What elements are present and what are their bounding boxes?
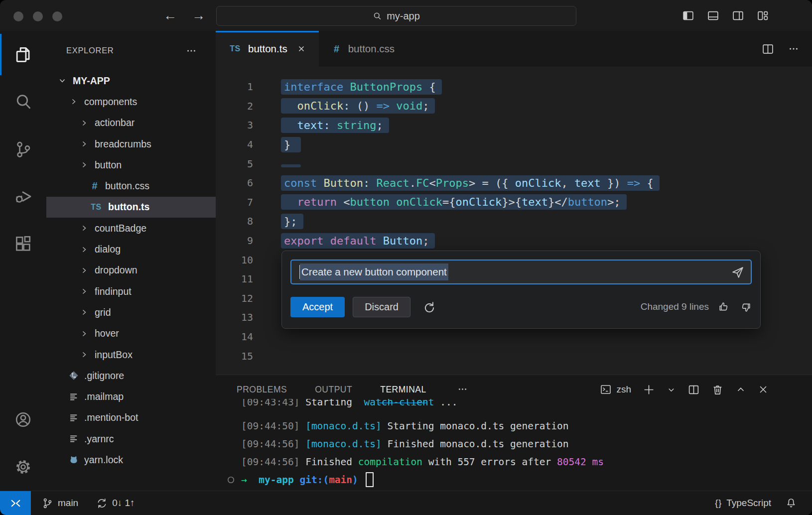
split-terminal-icon[interactable] [687,384,700,396]
tree-root-my-app[interactable]: MY-APP [46,70,216,91]
panel-tab-terminal[interactable]: TERMINAL [380,385,426,395]
command-decoration-circle-icon [227,476,235,484]
line-number: 4 [216,138,253,150]
language-mode-item[interactable]: {} TypeScript [715,498,771,509]
line-number: 5 [216,158,253,170]
back-icon[interactable]: ← [163,8,177,23]
tree-item-label: button.ts [108,201,149,213]
accept-button[interactable]: Accept [290,297,345,317]
sidebar-item-explorer[interactable] [0,31,46,78]
line-number: 1 [216,81,253,93]
tree-item-label: actionbar [95,117,135,129]
tree-item-yarnrc[interactable]: .yarnrc [46,428,216,449]
tree-item-label: findinput [95,286,132,297]
tree-item-label: grid [95,307,111,318]
new-terminal-icon[interactable] [643,384,655,396]
branch-status-item[interactable]: main [42,498,78,509]
tab-button.css[interactable]: #button.css [319,31,424,67]
line-number: 8 [216,215,253,227]
line-number: 9 [216,235,253,247]
zoom-window-button[interactable] [52,11,62,21]
close-window-button[interactable] [13,11,23,21]
sidebar-item-source-control[interactable] [0,126,46,173]
panel-more-actions-icon[interactable] [457,384,468,394]
chevron-right-icon [79,224,89,232]
language-label: TypeScript [726,498,771,509]
git-icon [69,371,79,381]
sync-icon [96,498,108,509]
tree-item-findinput[interactable]: findinput [46,281,216,302]
explorer-title: EXPLORER [66,46,114,55]
command-center-search[interactable]: my-app [216,6,576,26]
code-text: text: string; [253,118,389,133]
line-number: 6 [216,177,253,189]
editor-tab-bar: TSbutton.ts#button.css [216,31,812,67]
split-editor-icon[interactable] [762,43,774,55]
tab-button.ts[interactable]: TSbutton.ts [216,31,319,67]
debug-icon [14,187,32,206]
tree-item-button.css[interactable]: #button.css [46,175,216,196]
ts-icon: TS [90,203,103,212]
changed-lines-label: Changed 9 lines [641,301,709,312]
shell-label: zsh [616,384,631,395]
send-icon[interactable] [731,265,745,279]
thumbs-up-icon[interactable] [718,301,730,313]
tree-item-breadcrumbs[interactable]: breadcrumbs [46,133,216,154]
git-branch-icon [42,498,53,509]
forward-icon[interactable]: → [192,8,205,23]
close-tab-icon[interactable] [297,44,306,53]
settings-button[interactable] [0,443,46,491]
remote-indicator[interactable] [0,491,31,515]
tree-item-yarn.lock[interactable]: yarn.lock [46,449,216,470]
tree-item-gitignore[interactable]: .gitignore [46,365,216,386]
toggle-sidebar-icon[interactable] [682,9,694,22]
tree-item-actionbar[interactable]: actionbar [46,113,216,133]
tree-item-countBadge[interactable]: countBadge [46,218,216,239]
tree-item-grid[interactable]: grid [46,302,216,323]
code-line-3: 3 text: string; [216,116,812,135]
discard-button[interactable]: Discard [353,297,410,317]
panel-tab-problems[interactable]: PROBLEMS [237,385,287,395]
sidebar-item-extensions[interactable] [0,220,46,267]
notifications-bell-icon[interactable] [785,497,797,509]
code-text: interface ButtonProps { [253,79,442,95]
account-button[interactable] [0,396,46,443]
close-panel-icon[interactable] [758,384,769,395]
thumbs-down-icon[interactable] [739,301,752,313]
sidebar-item-run-debug[interactable] [0,173,46,220]
minimize-window-button[interactable] [33,11,43,21]
inline-chat-input-value: Create a new button component [300,263,448,280]
tree-item-button[interactable]: button [46,154,216,175]
sidebar-item-search[interactable] [0,78,46,126]
customize-layout-icon[interactable] [757,9,769,22]
kill-terminal-trash-icon[interactable] [711,384,724,396]
toggle-panel-icon[interactable] [707,9,719,22]
maximize-panel-chevron-icon[interactable] [735,384,746,395]
tree-item-components[interactable]: components [46,91,216,112]
explorer-more-actions-icon[interactable] [186,45,197,56]
panel-tab-output[interactable]: OUTPUT [315,385,352,395]
regenerate-icon[interactable] [422,300,436,314]
editor-more-actions-icon[interactable] [788,43,799,54]
tree-item-mailmap[interactable]: .mailmap [46,386,216,407]
tree-item-hover[interactable]: hover [46,323,216,344]
terminal-output[interactable]: [09:43:43] Starting watch-client ...[09:… [241,399,807,489]
tree-item-label: button [95,159,122,171]
search-icon [373,11,382,21]
inline-chat-input[interactable]: Create a new button component [290,259,752,284]
sync-status-item[interactable]: 0↓ 1↑ [96,498,135,509]
explorer-sidebar: EXPLORER MY-APP componentsactionbarbread… [46,31,216,491]
tree-item-inputBox[interactable]: inputBox [46,344,216,365]
tree-item-mention-bot[interactable]: .mention-bot [46,407,216,428]
tree-item-button.ts[interactable]: TSbutton.ts [46,197,216,218]
chevron-right-icon [79,140,89,148]
launch-profile-chevron-icon[interactable] [667,385,676,394]
tree-item-dialog[interactable]: dialog [46,239,216,259]
toggle-secondary-sidebar-icon[interactable] [732,9,744,22]
tree-item-label: breadcrumbs [95,138,151,150]
status-bar: main 0↓ 1↑ {} TypeScript [0,491,812,515]
tree-item-dropdown[interactable]: dropdown [46,260,216,281]
code-text-inner [281,164,301,167]
terminal-instance[interactable]: zsh [600,384,631,395]
terminal-line-0: [09:43:43] Starting watch-client ... [241,399,807,410]
